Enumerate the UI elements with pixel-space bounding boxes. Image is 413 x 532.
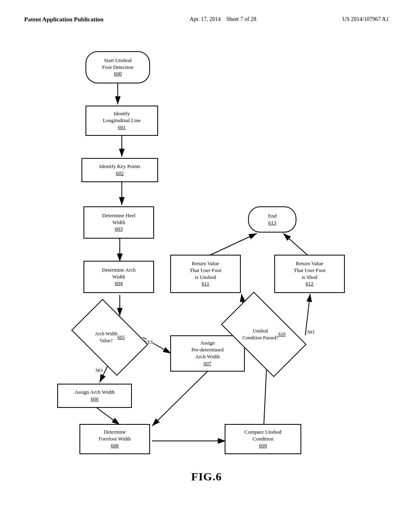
header-center: Apr. 17, 2014 Sheet 7 of 28 [190,16,256,23]
header-right: US 2014/107967 A1 [342,16,389,23]
node-611: Return ValueThat User Footis Unshod611 [170,255,241,293]
svg-line-8 [97,408,120,425]
node-600-label: Start UnshodFoot Detection600 [102,57,133,78]
no-610-label: NO [307,329,314,335]
node-609: Compare UnshodCondition609 [225,424,301,454]
node-613: End613 [248,206,296,233]
diagram-container: YES NO YES NO Start UnshodFoot Detection… [33,39,380,462]
node-606-label: Assign Arch Width606 [75,389,115,403]
node-603: Determine HeelWidth603 [83,206,154,239]
node-601: IdentifyLongitudinal Line601 [86,106,158,136]
node-606: Assign Arch Width606 [57,384,132,408]
node-611-label: Return ValueThat User Footis Unshod611 [190,260,221,288]
node-603-label: Determine HeelWidth603 [102,212,136,233]
node-613-label: End613 [268,213,277,227]
node-601-label: IdentifyLongitudinal Line601 [103,110,141,131]
node-610-label: UnshodCondition Passed?610 [227,311,301,357]
node-602: Identify Key Points602 [81,158,158,182]
node-610: UnshodCondition Passed?610 [227,311,301,357]
header-date: Apr. 17, 2014 [190,16,221,22]
svg-line-14 [206,233,257,257]
node-602-label: Identify Key Points602 [99,163,140,177]
page: Patent Application Publication Apr. 17, … [0,0,413,532]
header-sheet: Sheet 7 of 28 [226,16,256,22]
svg-line-9 [152,372,207,426]
node-612-label: Return ValueThat User Footis Shod612 [294,260,325,288]
header-left: Patent Application Publication [24,16,104,23]
node-612: Return ValueThat User Footis Shod612 [274,255,345,293]
node-605-label: Arch WidthValue? 605 [77,315,142,360]
node-607-label: AssignPre‑determinedArch Width607 [191,340,223,367]
node-604: Determine ArchWidth604 [83,261,154,293]
header: Patent Application Publication Apr. 17, … [24,16,389,23]
svg-line-15 [283,233,309,257]
node-609-label: Compare UnshodCondition609 [244,429,281,449]
node-600: Start UnshodFoot Detection600 [86,51,150,83]
node-608-label: DetermineForefoot Width608 [99,429,131,449]
figure-label: FIG.6 [24,470,389,483]
node-605: Arch WidthValue? 605 [77,315,142,360]
node-608: DetermineForefoot Width608 [79,424,150,454]
no-605-label: NO [96,368,102,374]
node-604-label: Determine ArchWidth604 [102,267,136,287]
